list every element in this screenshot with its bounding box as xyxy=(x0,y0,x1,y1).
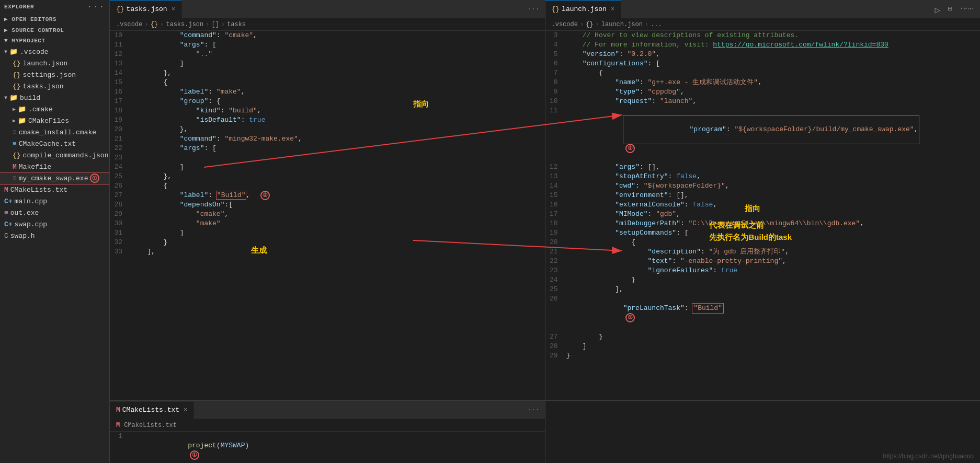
code-line: 16 "label": "make", xyxy=(110,87,545,97)
myproject-header[interactable]: ▼ MYPROJECT xyxy=(0,36,109,46)
code-line: 15 "environment": [], xyxy=(545,191,981,200)
tree-item-makefile[interactable]: M Makefile xyxy=(0,161,109,172)
open-editors-header[interactable]: ▶ OPEN EDITORS xyxy=(0,14,109,25)
tab-cmakelists[interactable]: M CMakeLists.txt × xyxy=(110,401,194,419)
code-line: 4 // For more information, visit: https:… xyxy=(545,40,981,50)
tree-item-cmake-dir[interactable]: ▶ 📁 .cmake xyxy=(0,103,109,115)
tree-label-cmake-dir: .cmake xyxy=(28,106,53,113)
tree-item-cmake-install[interactable]: ≡ cmake_install.cmake xyxy=(0,126,109,138)
toolbar-more-icon[interactable]: ··· xyxy=(960,4,973,16)
right-breadcrumb: .vscode › {} › launch.json › ... xyxy=(545,18,981,31)
arrow-vscode: ▼ xyxy=(4,49,7,55)
tree-label-build: build xyxy=(20,94,40,102)
bottom-editors: M CMakeLists.txt × ··· M CMakeLists.txt … xyxy=(110,400,980,463)
tab-close-tasks[interactable]: × xyxy=(172,6,175,13)
code-line-26-highlighted: 26 "preLaunchTask": "Build" ② xyxy=(545,294,981,332)
explorer-header[interactable]: EXPLORER ··· xyxy=(0,0,109,14)
tree-item-outexe[interactable]: ≡ out.exe xyxy=(0,207,109,218)
tree-label-compile-commands: compile_commands.json xyxy=(23,152,109,159)
rbc-sep2: › xyxy=(596,21,599,28)
bottom-left-code[interactable]: 1 project(MYSWAP) ① 2 add_executable(my_… xyxy=(110,432,545,463)
bc-sep4: › xyxy=(221,21,225,28)
left-code-area[interactable]: 10 "command": "cmake", 11 "args": [ 12 "… xyxy=(110,31,545,400)
right-editor-pane: {} launch.json × ··· .vscode › {} › laun… xyxy=(545,0,981,400)
left-editor-pane: {} tasks.json × ··· .vscode › {} › tasks… xyxy=(110,0,545,400)
code-line: 13 ] xyxy=(110,59,545,68)
tree-label-cmakecache: CMakeCache.txt xyxy=(19,140,76,148)
tree-item-cmakefiles[interactable]: ▶ 📁 CMakeFiles xyxy=(0,115,109,126)
tab-tasks-json[interactable]: {} tasks.json × xyxy=(110,0,182,18)
badge-line26: ② xyxy=(625,313,635,322)
tab-close-launch[interactable]: × xyxy=(611,6,614,13)
tree-item-maincpp[interactable]: C+ main.cpp xyxy=(0,195,109,207)
code-line: 27 } xyxy=(545,332,981,342)
explorer-more-icon[interactable]: ··· xyxy=(87,2,105,11)
folder-icon-build: 📁 xyxy=(9,94,18,102)
tree-item-vscode[interactable]: ▼ 📁 .vscode xyxy=(0,46,109,57)
code-line: 7 { xyxy=(545,68,981,78)
tree-item-cmakelists[interactable]: M CMakeLists.txt xyxy=(0,184,109,195)
tree-item-build[interactable]: ▼ 📁 build xyxy=(0,92,109,103)
code-line: 14 }, xyxy=(110,68,545,78)
code-line-11-highlighted: 11 "program": "${workspaceFolder}/build/… xyxy=(545,106,981,163)
tree-label-maincpp: main.cpp xyxy=(15,198,47,205)
code-line: 28 "dependsOn":[ xyxy=(110,200,545,210)
code-line: 21 "description": "为 gdb 启用整齐打印", xyxy=(545,247,981,257)
code-line: 17 "MIMode": "gdb", xyxy=(545,210,981,219)
bc-tasks-label: tasks xyxy=(227,21,246,28)
rbc-launch-icon: {} xyxy=(586,21,593,28)
code-line: 11 "args": [ xyxy=(110,40,545,50)
json-icon-compile: {} xyxy=(13,152,21,159)
rbc-sep1: › xyxy=(580,21,584,28)
tree-item-swaph[interactable]: C swap.h xyxy=(0,230,109,241)
code-line: 12 "args": [], xyxy=(545,163,981,172)
tree-item-swapcpp[interactable]: C+ swap.cpp xyxy=(0,218,109,230)
json-icon-tasks: {} xyxy=(13,83,21,90)
tab-close-cmakelists[interactable]: × xyxy=(184,407,187,414)
blbc-cmake-icon: M xyxy=(116,422,120,429)
tree-label-makefile: Makefile xyxy=(19,163,51,171)
bc-sep1: › xyxy=(144,21,148,28)
cpp-icon-swap: C+ xyxy=(4,221,13,228)
bc-vscode: .vscode xyxy=(116,21,142,28)
tree-label-cmakelists: CMakeLists.txt xyxy=(10,186,67,194)
tab-icon-launch: {} xyxy=(552,5,560,13)
myproject-label: ▼ MYPROJECT xyxy=(4,38,45,44)
tree-item-tasks[interactable]: {} tasks.json xyxy=(0,80,109,92)
code-line: 9 "type": "cppdbg", xyxy=(545,87,981,97)
run-icon[interactable]: ▷ xyxy=(935,4,941,16)
rbc-sep3: › xyxy=(645,21,648,28)
tree-item-compile-commands[interactable]: {} compile_commands.json xyxy=(0,149,109,161)
bottom-left-more-icon[interactable]: ··· xyxy=(522,406,544,414)
tab-label-launch: launch.json xyxy=(562,5,607,13)
bc-tasks-json: tasks.json xyxy=(166,21,203,28)
tree-label-cmakefiles: CMakeFiles xyxy=(28,117,69,125)
code-line: 20 { xyxy=(545,238,981,247)
split-editor-icon[interactable]: ⊟ xyxy=(948,4,952,16)
tab-launch-json[interactable]: {} launch.json × xyxy=(545,0,622,18)
folder-icon-cmakefiles: 📁 xyxy=(18,117,26,125)
code-line: 20 }, xyxy=(110,125,545,134)
txt-icon-cmakecache: ≡ xyxy=(13,140,17,148)
tree-label-launch: launch.json xyxy=(23,60,68,67)
left-tab-bar: {} tasks.json × ··· xyxy=(110,0,545,18)
editor-area: ▷ ⊟ ··· {} tasks.json × ··· .vsco xyxy=(110,0,980,463)
tree-label-myexe: my_cmake_swap.exe xyxy=(19,175,88,182)
folder-icon-vscode: 📁 xyxy=(9,48,18,56)
tree-item-cmakecache[interactable]: ≡ CMakeCache.txt xyxy=(0,138,109,149)
tree-label-outexe: out.exe xyxy=(10,209,39,217)
code-line: 3 // Hover to view descriptions of exist… xyxy=(545,31,981,40)
right-code-area[interactable]: 3 // Hover to view descriptions of exist… xyxy=(545,31,981,400)
code-line: 13 "stopAtEntry": false, xyxy=(545,172,981,181)
code-line: 22 "text": "-enable-pretty-printing", xyxy=(545,257,981,266)
left-tab-more-icon[interactable]: ··· xyxy=(522,5,544,13)
code-line: 19 "setupCommands": [ xyxy=(545,228,981,238)
source-control-header[interactable]: ▶ SOURCE CONTROL xyxy=(0,25,109,36)
explorer-title: EXPLORER xyxy=(4,4,34,10)
tree-item-myexe[interactable]: ≡ my_cmake_swap.exe ① xyxy=(0,172,109,184)
code-line: 16 "externalConsole": false, xyxy=(545,200,981,210)
tree-item-launch[interactable]: {} launch.json xyxy=(0,57,109,69)
code-line: 29 "cmake", xyxy=(110,210,545,219)
code-line: 28 ] xyxy=(545,342,981,351)
tree-item-settings[interactable]: {} settings.json xyxy=(0,69,109,80)
